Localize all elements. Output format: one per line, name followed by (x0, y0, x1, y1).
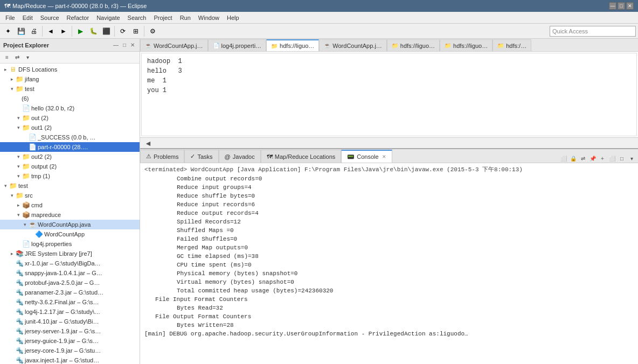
toggle-out1[interactable]: ▾ (15, 125, 22, 130)
tree-item-cmd[interactable]: ▸ 📦 cmd (0, 200, 140, 210)
tree-item-out[interactable]: ▾ 📁 out (2) (0, 113, 140, 123)
stop-button[interactable]: ⬛ (100, 25, 112, 37)
toggle-out[interactable]: ▾ (15, 115, 22, 121)
close-panel-button[interactable]: ✕ (129, 41, 136, 48)
title-bar-controls[interactable]: — □ ✕ (609, 2, 634, 10)
toggle-test-dfs[interactable]: ▾ (9, 86, 15, 92)
menu-navigate[interactable]: Navigate (93, 13, 123, 22)
save-button[interactable]: 💾 (15, 25, 27, 37)
tree-item-log4j-jar[interactable]: 🔩 log4j-1.2.17.jar – G:\study\… (0, 307, 140, 317)
tab-wordcountapp-2[interactable]: ☕ WordCountApp.j… (319, 39, 387, 51)
toggle-src[interactable]: ▾ (9, 193, 15, 198)
tab-javadoc[interactable]: @ Javadoc (219, 150, 261, 163)
menu-project[interactable]: Project (150, 13, 175, 22)
toggle-jre[interactable]: ▸ (9, 251, 15, 256)
tree-item-success[interactable]: 📄 _SUCCESS (0.0 b, … (0, 132, 140, 142)
tree-item-log4j[interactable]: 📄 log4j.properties (0, 239, 140, 249)
tab-hdfs-3[interactable]: 📁 hdfs://liguo… (440, 39, 493, 51)
console-word-wrap-button[interactable]: ⇌ (579, 154, 587, 163)
tree-item-wordcountapp-class[interactable]: 🔷 WordCountApp (0, 229, 140, 239)
forward-button[interactable]: ► (58, 25, 70, 37)
tab-hdfs-2[interactable]: 📁 hdfs://liguo… (387, 39, 440, 51)
tree-item-part-r-00000[interactable]: 📄 part-r-00000 (28.… (0, 142, 140, 152)
panel-controls[interactable]: — □ ✕ (112, 41, 136, 48)
tree-item-snappy-jar[interactable]: 🔩 snappy-java-1.0.4.1.jar – G… (0, 268, 140, 278)
back-button[interactable]: ◄ (45, 25, 57, 37)
tab-log4j[interactable]: 📄 log4j.properti… (208, 39, 267, 51)
tree-item-wordcountapp-java[interactable]: ▾ ☕ WordCountApp.java (0, 220, 140, 229)
tree-item-netty-jar[interactable]: 🔩 netty-3.6.2.Final.jar – G:\s… (0, 297, 140, 307)
menu-file[interactable]: File (2, 13, 18, 22)
tab-console[interactable]: 📟 Console ✕ (341, 150, 392, 163)
toggle-wordcountapp-java[interactable]: ▾ (22, 222, 28, 227)
tab-mapreduce-locations[interactable]: 🗺 Map/Reduce Locations (261, 150, 342, 163)
toggle-test-project[interactable]: ▾ (2, 183, 9, 188)
console-maximize-button[interactable]: □ (618, 154, 626, 163)
tree-item-out1[interactable]: ▾ 📁 out1 (2) (0, 123, 140, 132)
nav-left-arrow[interactable]: ◄ (144, 139, 152, 148)
tree-item-protobuf-jar[interactable]: 🔩 protobuf-java-2.5.0.jar – G… (0, 278, 140, 288)
tree-item-jre[interactable]: ▸ 📚 JRE System Library [jre7] (0, 249, 140, 258)
menu-search[interactable]: Search (124, 13, 150, 22)
tree-item-javax-inject-jar[interactable]: 🔩 javax.inject-1.jar – G:\stud… (0, 355, 140, 364)
new-button[interactable]: ✦ (2, 25, 14, 37)
tree-item-tmp[interactable]: ▾ 📁 tmp (1) (0, 171, 140, 181)
toggle-cmd[interactable]: ▸ (15, 202, 22, 208)
file-content-area[interactable]: hadoop 1 hello 3 me 1 you 1 (141, 53, 637, 136)
gear-button[interactable]: ⚙ (147, 25, 158, 37)
menu-source[interactable]: Source (37, 13, 63, 22)
tree-item-paranamer-jar[interactable]: 🔩 paranamer-2.3.jar – G:\stud… (0, 288, 140, 297)
menu-run[interactable]: Run (177, 13, 194, 22)
print-button[interactable]: 🖨 (28, 25, 40, 37)
tree-item-jifang[interactable]: ▸ 📁 jifang (0, 74, 140, 84)
console-scroll-lock-button[interactable]: 🔒 (569, 154, 578, 163)
tree-item-jersey-server-jar[interactable]: 🔩 jersey-server-1.9.jar – G:\s… (0, 326, 140, 336)
minimize-panel-button[interactable]: — (112, 41, 120, 48)
collapse-all-button[interactable]: ≡ (2, 53, 12, 62)
link-editor-button[interactable]: ⇄ (12, 53, 22, 62)
console-minimize-button[interactable]: ▾ (627, 154, 636, 163)
tree-item-mapreduce[interactable]: ▾ 📦 mapreduce (0, 210, 140, 220)
tree-item-xr-jar[interactable]: 🔩 xr-1.0.jar – G:\study\BigDa… (0, 258, 140, 268)
debug-button[interactable]: 🐛 (87, 25, 99, 37)
tab-tasks[interactable]: ✓ Tasks (184, 150, 218, 163)
view-menu-button[interactable]: ▾ (23, 53, 32, 62)
tree-area[interactable]: ▸ 🖥 DFS Locations ▸ 📁 jifang ▾ 📁 test (0, 64, 140, 364)
toggle-mapreduce[interactable]: ▾ (15, 212, 22, 218)
tab-hdfs-1[interactable]: 📁 hdfs://liguo… (266, 39, 319, 51)
tab-problems[interactable]: ⚠ Problems (140, 150, 184, 163)
tab-hdfs-4[interactable]: 📁 hdfs:/… (493, 39, 531, 51)
tab-wordcountapp-1[interactable]: ☕ WordCountApp.j… (140, 39, 208, 51)
console-pin-button[interactable]: 📌 (588, 154, 597, 163)
close-button[interactable]: ✕ (626, 2, 634, 10)
tree-item-jersey-guice-jar[interactable]: 🔩 jersey-guice-1.9.jar – G:\s… (0, 336, 140, 346)
toggle-jifang[interactable]: ▸ (9, 76, 15, 82)
menu-edit[interactable]: Edit (19, 13, 36, 22)
sync-button[interactable]: ⟳ (117, 25, 129, 37)
tree-item-test-dfs[interactable]: ▾ 📁 test (0, 84, 140, 94)
menu-window[interactable]: Window (195, 13, 223, 22)
minimize-button[interactable]: — (609, 2, 616, 10)
console-collapse-button[interactable]: ⬜ (608, 154, 616, 163)
maximize-panel-button[interactable]: □ (121, 41, 128, 48)
menu-help[interactable]: Help (224, 13, 242, 22)
console-new-button[interactable]: + (598, 154, 607, 163)
tree-item-dfs-locations[interactable]: ▸ 🖥 DFS Locations (0, 65, 140, 74)
tree-item-src[interactable]: ▾ 📁 src (0, 191, 140, 200)
tree-item-junit-jar[interactable]: 🔩 junit-4.10.jar – G:\study\Bi… (0, 317, 140, 326)
tree-item-test-project[interactable]: ▾ 📁 test (0, 181, 140, 191)
tree-item-hello[interactable]: 📄 hello (32.0 b, r2) (0, 103, 140, 113)
tree-item-out2[interactable]: ▾ 📁 out2 (2) (0, 152, 140, 162)
tree-item-jersey-core-jar[interactable]: 🔩 jersey-core-1.9.jar – G:\stu… (0, 346, 140, 355)
maximize-button[interactable]: □ (618, 2, 625, 10)
toggle-dfs[interactable]: ▸ (2, 67, 9, 72)
perspective-button[interactable]: ⊞ (130, 25, 142, 37)
run-button[interactable]: ▶ (74, 25, 86, 37)
tree-item-output[interactable]: ▾ 📁 output (2) (0, 162, 140, 171)
console-close-icon[interactable]: ✕ (382, 154, 386, 159)
toggle-out2[interactable]: ▾ (15, 154, 22, 159)
menu-refactor[interactable]: Refactor (64, 13, 93, 22)
toggle-tmp[interactable]: ▾ (15, 173, 22, 179)
console-clear-button[interactable]: ⬜ (559, 154, 568, 163)
console-content-area[interactable]: <terminated> WordCountApp [Java Applicat… (140, 163, 638, 364)
